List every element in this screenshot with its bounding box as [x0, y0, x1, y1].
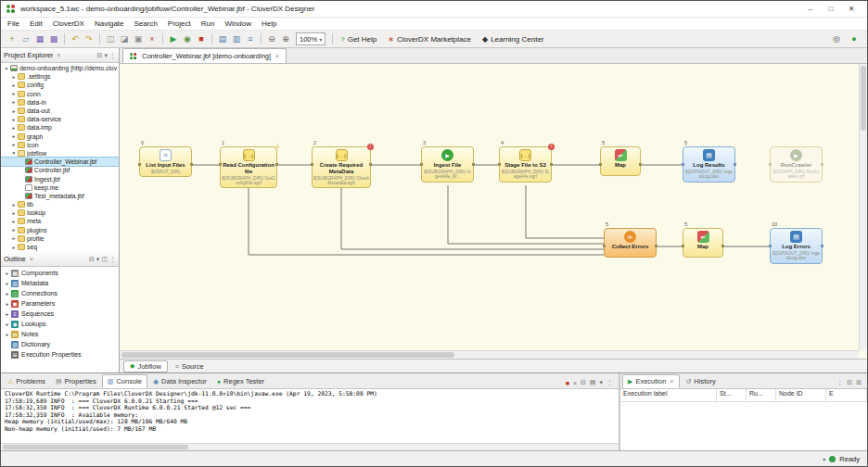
- link-editor-icon[interactable]: ◫: [101, 256, 108, 263]
- outline-item-lookups[interactable]: ▸◉Lookups: [1, 319, 119, 329]
- expand-arrow-icon[interactable]: ▸: [10, 91, 18, 96]
- save-icon[interactable]: ▦: [33, 32, 46, 45]
- expand-arrow-icon[interactable]: ▸: [4, 311, 11, 317]
- expand-arrow-icon[interactable]: ▸: [10, 227, 18, 233]
- tree-item-graph[interactable]: ▸graph: [1, 133, 119, 141]
- node-collect-errors[interactable]: 5≫Collect Errors: [604, 228, 657, 258]
- learning-center-button[interactable]: ◆Learning Center: [478, 32, 549, 46]
- pin-console-icon[interactable]: ▾: [599, 379, 603, 386]
- close-icon[interactable]: ×: [669, 378, 674, 385]
- menu-project[interactable]: Project: [168, 19, 191, 28]
- tree-item-jobflow[interactable]: ▾jobflow: [1, 149, 119, 158]
- node-read-configuration-file[interactable]: 1⚠{…}Read Configuration file$(SUBGRAPH_D…: [220, 146, 277, 188]
- expand-arrow-icon[interactable]: ▸: [4, 301, 11, 307]
- expand-arrow-icon[interactable]: ▸: [4, 291, 11, 297]
- expand-arrow-icon[interactable]: ▾: [10, 150, 18, 156]
- expand-arrow-icon[interactable]: ▸: [10, 133, 18, 139]
- tree-item-test-metadata-jbf[interactable]: Test_metadata.jbf: [1, 192, 119, 200]
- expand-arrow-icon[interactable]: ▸: [10, 235, 18, 241]
- open-icon[interactable]: ▱: [19, 32, 32, 45]
- menu-file[interactable]: File: [7, 19, 19, 28]
- expand-arrow-icon[interactable]: ▸: [10, 108, 18, 114]
- tree-item-meta[interactable]: ▸meta: [1, 217, 119, 225]
- distribute-icon[interactable]: ≡: [244, 32, 257, 45]
- run-icon[interactable]: ▶: [167, 32, 180, 45]
- maximize-button[interactable]: □: [821, 5, 841, 13]
- tree-item-demo-onboarding-http-demo-clov[interactable]: ▾demo-onboarding [http://demo.clov: [1, 64, 119, 72]
- menu-search[interactable]: Search: [134, 19, 158, 28]
- connection-status-icon[interactable]: ●: [848, 32, 861, 45]
- node-log-errors[interactable]: 10▤Log Errors$(DATAOUT_DIR)/ IngestLog.x…: [770, 228, 823, 264]
- filter-icon[interactable]: ▾: [96, 256, 100, 263]
- tab-data-inspector[interactable]: ◉Data Inspector: [148, 374, 211, 388]
- tab-execution[interactable]: ▶Execution×: [622, 374, 680, 388]
- outline-item-connections[interactable]: ▸◫Connections: [1, 288, 119, 298]
- get-help-button[interactable]: ?Get Help: [336, 32, 381, 46]
- tree-item-data-out[interactable]: ▸data-out: [1, 107, 119, 115]
- view-menu-icon[interactable]: ⋮: [606, 379, 613, 386]
- expand-arrow-icon[interactable]: ▸: [10, 125, 18, 131]
- expand-arrow-icon[interactable]: ▸: [10, 82, 18, 88]
- clear-console-icon[interactable]: ⊟: [581, 379, 586, 386]
- editor-tab[interactable]: Controller_Webinar.jbf [demo-onboarding]…: [122, 48, 287, 63]
- node-ingest-file[interactable]: 3▶Ingest File$(SUBGRAPH_DIR)/ IngestFile…: [421, 146, 474, 183]
- tab-properties[interactable]: ▤Properties: [51, 374, 101, 388]
- view-menu-icon[interactable]: ▾: [104, 52, 108, 59]
- close-icon[interactable]: ×: [274, 53, 280, 59]
- expand-arrow-icon[interactable]: ▸: [10, 142, 18, 147]
- minimize-button[interactable]: –: [800, 5, 821, 13]
- outline-item-components[interactable]: ▸▦Components: [1, 268, 119, 278]
- expand-arrow-icon[interactable]: ▸: [4, 271, 11, 276]
- menu-window[interactable]: Window: [224, 19, 250, 28]
- node-stage-file-to-s3[interactable]: 4!{…}Stage File to S3$(SUBGRAPH_DIR)/ St…: [499, 146, 552, 183]
- copy-icon[interactable]: ◪: [118, 32, 131, 45]
- console-output[interactable]: CloverDX Runtime C:\Program Files\Clover…: [1, 389, 619, 443]
- jobflow-canvas[interactable]: 0≡List Input Files$(INPUT_DIR)1⚠{…}Read …: [120, 64, 867, 359]
- menu-run[interactable]: Run: [201, 19, 215, 28]
- column-header-st[interactable]: St...: [717, 389, 747, 401]
- tree-item-data-tmp[interactable]: ▸data-tmp: [1, 123, 119, 132]
- node-map[interactable]: 5⇄Map: [683, 228, 723, 258]
- tree-item-seq[interactable]: ▸seq: [1, 243, 119, 251]
- tree-item-conn[interactable]: ▸conn: [1, 90, 119, 98]
- expand-arrow-icon[interactable]: ▸: [4, 332, 11, 337]
- node-log-results[interactable]: 5▤Log Results$(DATAOUT_DIR)/ IngestLog.x…: [683, 146, 735, 183]
- tree-item-plugins[interactable]: ▸plugins: [1, 226, 119, 234]
- expand-arrow-icon[interactable]: ▸: [10, 202, 18, 208]
- paste-icon[interactable]: ▣: [132, 32, 145, 45]
- column-header-execution-label[interactable]: Execution label: [620, 389, 717, 401]
- menu-cloverdx[interactable]: CloverDX: [53, 19, 84, 28]
- align-left-icon[interactable]: ▤: [216, 32, 229, 45]
- console-scrollbar[interactable]: [1, 443, 619, 450]
- expand-arrow-icon[interactable]: ▸: [10, 219, 18, 224]
- tree-item-controller-webinar-jbf[interactable]: Controller_Webinar.jbf: [1, 158, 119, 166]
- column-header-e[interactable]: E: [826, 389, 867, 401]
- outline-item-metadata[interactable]: ▸▥Metadata: [1, 278, 119, 288]
- tab-problems[interactable]: ⚠Problems: [3, 374, 50, 388]
- outline-item-dictionary[interactable]: ▥Dictionary: [1, 339, 119, 349]
- expand-arrow-icon[interactable]: ▾: [3, 66, 10, 71]
- expand-arrow-icon[interactable]: ▸: [10, 74, 18, 80]
- align-center-icon[interactable]: ▥: [230, 32, 243, 45]
- marketplace-button[interactable]: ∗CloverDX Marketplace: [383, 32, 476, 46]
- outline-item-parameters[interactable]: ▸▣Parameters: [1, 298, 119, 309]
- zoom-in-icon[interactable]: ⊕: [279, 32, 292, 45]
- collapse-all-icon[interactable]: ⊟: [97, 52, 103, 59]
- expand-arrow-icon[interactable]: ▸: [4, 322, 11, 327]
- menu-edit[interactable]: Edit: [30, 19, 43, 28]
- tree-item-data-in[interactable]: ▸data-in: [1, 98, 119, 107]
- stop-icon[interactable]: ■: [195, 32, 208, 45]
- scrollbar-thumb[interactable]: [121, 352, 454, 358]
- remove-launch-icon[interactable]: ×: [573, 380, 577, 386]
- tree-item-icon[interactable]: ▸icon: [1, 141, 119, 149]
- tree-item-keep-me[interactable]: keep.me: [1, 183, 119, 192]
- expand-arrow-icon[interactable]: ▸: [10, 117, 18, 122]
- tree-item-lookup[interactable]: ▸lookup: [1, 208, 119, 217]
- node-runcrawler[interactable]: ▶RunCrawler$(GRAPH_DIR)/ RunCrawler.grf: [770, 146, 823, 183]
- chevron-down-icon[interactable]: ▾: [823, 456, 825, 462]
- maximize-icon[interactable]: ⊞: [856, 379, 862, 386]
- view-menu-icon[interactable]: ⋮: [836, 379, 843, 386]
- view-menu-icon[interactable]: ⋮: [109, 256, 116, 263]
- cut-icon[interactable]: ◫: [104, 32, 117, 45]
- outline-item-execution-properties[interactable]: ⊞Execution Properties: [1, 349, 119, 360]
